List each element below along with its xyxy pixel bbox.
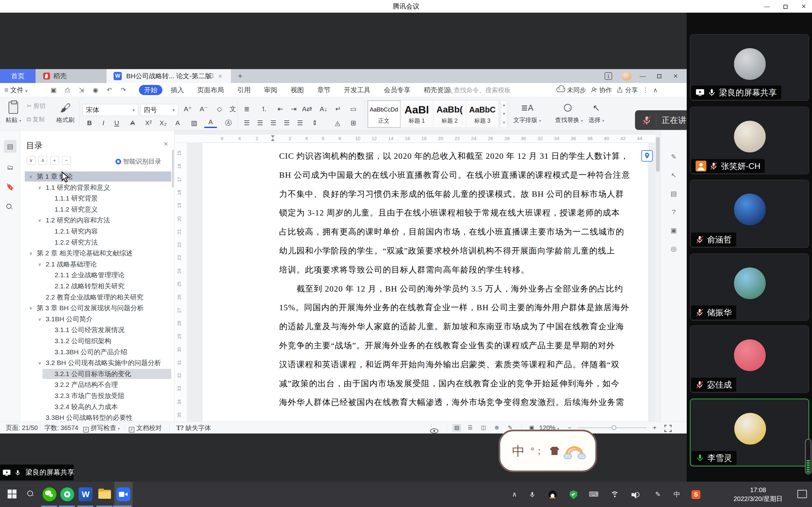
toc-item[interactable]: 3.1.1 公司经营发展情况: [20, 325, 174, 335]
decrease-font-icon[interactable]: A⁻: [197, 103, 210, 115]
toc-item[interactable]: 3.2.2 产品结构不合理: [20, 379, 174, 390]
char-border-icon[interactable]: Ⓐ: [222, 117, 235, 129]
tab-document[interactable]: W BH公司战略转... 论文-第二版 ×: [107, 69, 231, 83]
locate-pin-button[interactable]: [641, 150, 653, 162]
increase-font-icon[interactable]: A⁺: [182, 103, 194, 115]
taskbar-search-icon[interactable]: [25, 482, 39, 507]
save-icon[interactable]: ▣: [48, 83, 60, 97]
justify-icon[interactable]: ☰: [281, 117, 293, 129]
explorer-icon[interactable]: [98, 482, 112, 507]
toc-item[interactable]: 2.1.2 战略转型相关研究: [20, 281, 174, 291]
ribbon-tab-6[interactable]: 章节: [312, 85, 336, 95]
export-icon[interactable]: ⇲: [75, 83, 88, 97]
subscript-icon[interactable]: X₂: [157, 117, 169, 129]
print-icon[interactable]: ⎙: [61, 83, 73, 97]
underline-icon[interactable]: U: [110, 117, 123, 129]
sort-icon[interactable]: A↓: [317, 103, 330, 115]
wechat-icon[interactable]: [43, 482, 56, 507]
locate-icon[interactable]: ◎: [667, 242, 680, 256]
line-spacing-icon[interactable]: ⇕: [308, 117, 321, 129]
toc-item[interactable]: ∨1.1 研究的背景和意义: [20, 182, 174, 193]
ime-zh[interactable]: 中: [670, 482, 684, 507]
expand-button[interactable]: +: [50, 156, 59, 165]
asian-layout-icon[interactable]: A⇄: [301, 103, 313, 115]
toc-item[interactable]: ∨2.1 战略基础理论: [20, 259, 174, 270]
decrease-indent-icon[interactable]: ⇤: [274, 103, 287, 115]
toc-item[interactable]: 1.1.1 研究背景: [20, 193, 174, 204]
indent-marker[interactable]: [271, 135, 275, 142]
ribbon-tab-2[interactable]: 页面布局: [192, 85, 229, 95]
collapse-button[interactable]: −: [62, 156, 71, 165]
style-标题 3[interactable]: AaBbC标题 3: [466, 101, 499, 128]
expand-all-button[interactable]: ∨: [27, 156, 36, 165]
bookmark-icon[interactable]: 🔖: [4, 181, 16, 193]
ribbon-tab-5[interactable]: 视图: [286, 85, 309, 95]
punctuation-icon[interactable]: °；: [531, 445, 544, 458]
format-painter-button[interactable]: 🖌 格式刷: [53, 100, 78, 124]
new-tab-button[interactable]: +: [235, 69, 246, 83]
keyboard-icon[interactable]: ⌨: [587, 482, 601, 507]
org-chart-icon[interactable]: ▤: [667, 187, 680, 200]
align-center-icon[interactable]: ☰: [254, 117, 266, 129]
clear-format-icon[interactable]: ◇: [213, 103, 226, 115]
pen-icon[interactable]: ✎: [651, 482, 665, 507]
file-menu[interactable]: ≡ 文件 ∨: [4, 83, 28, 97]
ruler-icon[interactable]: ▭: [347, 103, 360, 115]
minimize-icon[interactable]: —: [759, 0, 775, 13]
tray-expand-icon[interactable]: ∧: [507, 482, 521, 507]
style-标题 2[interactable]: AaBb(标题 2: [433, 101, 466, 128]
wxwork-icon[interactable]: [60, 482, 74, 507]
collab-button[interactable]: 协作: [591, 86, 612, 95]
align-left-icon[interactable]: ☰: [241, 117, 253, 129]
toc-item[interactable]: 1.2.1 研究内容: [20, 226, 174, 237]
toc-item[interactable]: 1.1.2 研究意义: [20, 204, 174, 215]
increase-indent-icon[interactable]: ⇥: [287, 103, 300, 115]
highlight-icon[interactable]: ▨: [188, 117, 200, 129]
read-view-icon[interactable]: ◫: [479, 424, 488, 432]
close-icon[interactable]: ×: [796, 0, 812, 13]
wps-restore-icon[interactable]: [652, 69, 666, 83]
text-effect-icon[interactable]: A: [171, 117, 184, 129]
toc-close-icon[interactable]: ×: [164, 139, 168, 148]
close-doc-icon[interactable]: ×: [218, 69, 222, 83]
font-name-select[interactable]: 宋体▾: [83, 104, 138, 116]
number-list-icon[interactable]: ⒈: [258, 103, 270, 115]
toc-item[interactable]: 3.3BH 公司战略转型的必要性: [20, 412, 174, 421]
notification-center-icon[interactable]: [798, 490, 807, 498]
toc-item[interactable]: ∨第 3 章 BH 公司发展现状与问题分析: [20, 302, 174, 314]
toc-item[interactable]: 3.1.2 公司组织架构: [20, 336, 174, 346]
toc-panel-icon[interactable]: ▤: [4, 140, 16, 153]
wrap-icon[interactable]: ↵: [332, 103, 345, 115]
document-page[interactable]: CIC 灼识咨询机构的数据，以 2020 年的总收入和截至 2020 年 12 …: [202, 143, 648, 421]
collapse-all-button[interactable]: ∧: [38, 156, 47, 165]
sogou-icon[interactable]: S: [689, 482, 703, 507]
ime-toolbar[interactable]: 中 °；: [499, 430, 597, 472]
distribute-icon[interactable]: ☰: [294, 117, 306, 129]
text-layout-button[interactable]: ≣A 文字排版 ▾: [511, 100, 543, 124]
qq-icon[interactable]: [546, 482, 560, 507]
border-icon[interactable]: ⊞: [347, 117, 360, 129]
collapse-ribbon-icon[interactable]: ∧: [653, 86, 658, 94]
user-avatar[interactable]: [622, 71, 631, 81]
paste-button[interactable]: 粘贴 ▾: [3, 100, 23, 124]
security-icon[interactable]: [566, 482, 580, 507]
shading-icon[interactable]: ◬: [331, 117, 344, 129]
ribbon-tab-7[interactable]: 开发工具: [339, 85, 375, 95]
missing-font-button[interactable]: T? 缺失字体: [176, 422, 211, 434]
font-size-select[interactable]: 四号▾: [140, 104, 178, 116]
ribbon-tab-3[interactable]: 引用: [232, 85, 256, 95]
command-search[interactable]: 查找命令、搜索模板: [446, 85, 516, 95]
superscript-icon[interactable]: X²: [142, 117, 155, 129]
toc-item[interactable]: ∨3.1BH 公司简介: [20, 314, 174, 325]
ribbon-tab-0[interactable]: 开始: [139, 85, 162, 95]
wps-minimize-icon[interactable]: —: [636, 69, 650, 83]
weather-rainbow-icon[interactable]: [565, 446, 583, 456]
maximize-icon[interactable]: [777, 0, 794, 13]
more-icon[interactable]: ⋮: [642, 86, 649, 94]
bullet-list-icon[interactable]: ≣: [241, 103, 253, 115]
toc-item[interactable]: ∨第 2 章 相关理论基础和文献综述: [20, 248, 174, 259]
ribbon-tab-4[interactable]: 审阅: [259, 85, 282, 95]
participant-tile[interactable]: 李雪灵: [690, 399, 809, 466]
eye-protect-toggle[interactable]: [430, 425, 438, 437]
outline-view-icon[interactable]: ☰: [466, 424, 474, 432]
